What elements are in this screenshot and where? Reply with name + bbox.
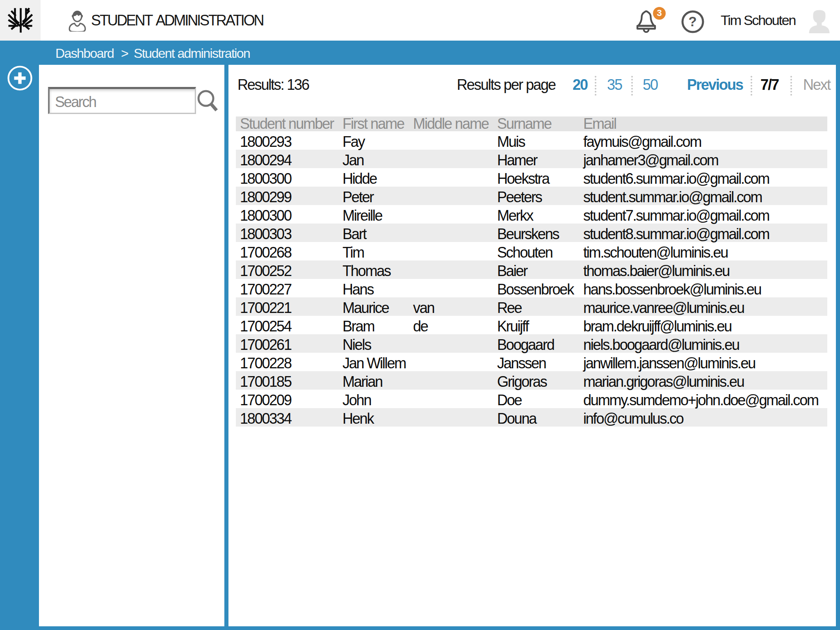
svg-text:?: ? [688, 14, 696, 29]
